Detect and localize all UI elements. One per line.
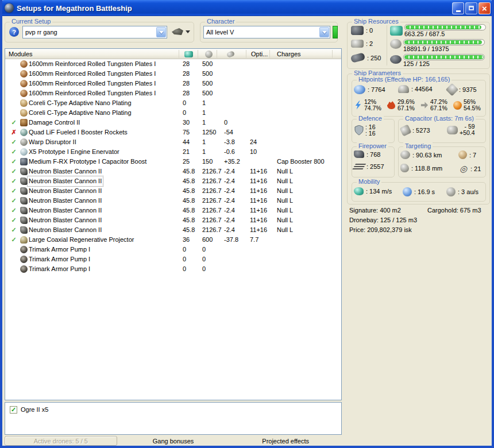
module-row[interactable]: ✗ Quad LiF Fueled I Booster Rockets 75 1… xyxy=(5,128,341,137)
module-state-icon: ✓ xyxy=(10,215,18,225)
explosive-resist-icon xyxy=(453,101,462,110)
module-name[interactable]: Trimark Armor Pump I xyxy=(28,254,91,264)
module-name[interactable]: Neutron Blaster Cannon II xyxy=(28,225,103,235)
module-cpu: 45.8 xyxy=(183,167,195,176)
module-cpu: 21 xyxy=(183,147,190,157)
module-name[interactable]: Coreli C-Type Adaptive Nano Plating xyxy=(28,98,133,108)
module-row[interactable]: Trimark Armor Pump I 0 0 xyxy=(5,264,341,274)
module-row[interactable]: 1600mm Reinforced Rolled Tungsten Plates… xyxy=(5,88,341,98)
tab-projected-effects[interactable]: Projected effects xyxy=(229,436,342,446)
module-cpu: 30 xyxy=(183,118,190,128)
module-cap: 0 xyxy=(224,118,227,128)
module-row[interactable]: Coreli C-Type Adaptive Nano Plating 0 1 xyxy=(5,98,341,108)
module-name[interactable]: Damage Control II xyxy=(28,118,81,128)
module-row[interactable]: ✓ Medium F-RX Prototype I Capacitor Boos… xyxy=(5,157,341,167)
module-charges: Null L xyxy=(277,176,293,186)
module-cap: -2.4 xyxy=(224,196,235,206)
module-row[interactable]: ✓ Large Coaxial Regenerative Projector 3… xyxy=(5,235,341,245)
module-row[interactable]: Trimark Armor Pump I 0 0 xyxy=(5,245,341,254)
module-name[interactable]: Trimark Armor Pump I xyxy=(28,245,91,254)
module-powergrid: 600 xyxy=(202,235,213,245)
drone-label: Ogre II x5 xyxy=(21,406,48,413)
module-row[interactable]: 1600mm Reinforced Rolled Tungsten Plates… xyxy=(5,59,341,69)
em-resist-icon xyxy=(354,101,362,110)
module-name[interactable]: X5 Prototype I Engine Enervator xyxy=(28,147,121,157)
module-name[interactable]: Neutron Blaster Cannon II xyxy=(28,206,103,215)
module-row[interactable]: ✓ Neutron Blaster Cannon II 45.8 2126.7 … xyxy=(5,167,341,176)
module-name[interactable]: Neutron Blaster Cannon II xyxy=(28,215,103,225)
module-row[interactable]: 1600mm Reinforced Rolled Tungsten Plates… xyxy=(5,79,341,88)
module-state-icon: ✗ xyxy=(10,128,18,137)
charges-column-header[interactable]: Charges xyxy=(277,49,301,59)
module-row[interactable]: ✓ Neutron Blaster Cannon II 45.8 2126.7 … xyxy=(5,196,341,206)
module-name[interactable]: Warp Disruptor II xyxy=(28,137,78,147)
module-row[interactable]: ✓ Warp Disruptor II 44 1 -3.8 24 xyxy=(5,137,341,147)
drone-checkbox[interactable] xyxy=(10,406,17,414)
module-row[interactable]: Coreli C-Type Adaptive Nano Plating 0 1 xyxy=(5,108,341,118)
minimize-button[interactable] xyxy=(452,2,464,14)
module-row[interactable]: 1600mm Reinforced Rolled Tungsten Plates… xyxy=(5,69,341,79)
module-name[interactable]: Coreli C-Type Adaptive Nano Plating xyxy=(28,108,133,118)
module-state-icon: ✓ xyxy=(10,235,18,245)
sensor-strength-stat: : 21 xyxy=(458,164,481,173)
module-cap: -2.4 xyxy=(224,176,235,186)
powergrid-resource: 18891.9 / 19375 xyxy=(390,39,485,52)
module-name[interactable]: 1600mm Reinforced Rolled Tungsten Plates… xyxy=(28,69,157,79)
help-icon[interactable] xyxy=(9,27,19,37)
armor-hp-value: : 44564 xyxy=(411,86,433,92)
close-button[interactable] xyxy=(478,2,491,14)
blaster-turret-icon xyxy=(20,217,28,224)
tab-active-drones[interactable]: Active drones: 5 / 5 xyxy=(5,436,117,446)
module-cap: -2.4 xyxy=(224,206,235,215)
module-charges: Null L xyxy=(277,225,293,235)
capacitor-usage-stat: - 59+50.4 xyxy=(447,123,475,136)
cpu-icon[interactable] xyxy=(184,49,193,59)
window-title: Setups for Megathron Battleship xyxy=(17,4,452,13)
module-name[interactable]: Neutron Blaster Cannon II xyxy=(28,186,103,196)
tab-gang-bonuses[interactable]: Gang bonuses xyxy=(117,436,230,446)
module-name[interactable]: 1600mm Reinforced Rolled Tungsten Plates… xyxy=(28,88,157,98)
speed-icon xyxy=(354,187,364,195)
optimal-column-header[interactable]: Opti... xyxy=(251,49,268,59)
module-name[interactable]: Medium F-RX Prototype I Capacitor Boost xyxy=(28,157,148,167)
modules-list-header[interactable]: Modules Opti... Charges xyxy=(5,49,341,59)
chevron-down-icon[interactable] xyxy=(156,27,166,37)
drone-row[interactable]: Ogre II x5 xyxy=(5,404,341,415)
module-name[interactable]: Neutron Blaster Cannon II xyxy=(28,196,103,206)
character-combobox[interactable]: All level V xyxy=(203,26,330,38)
module-name[interactable]: Large Coaxial Regenerative Projector xyxy=(28,235,135,245)
module-name[interactable]: Neutron Blaster Cannon II xyxy=(28,176,103,186)
scan-resolution-icon xyxy=(400,164,409,172)
capacitor-icon[interactable] xyxy=(227,49,234,59)
modules-column-header[interactable]: Modules xyxy=(9,49,33,59)
module-row[interactable]: ✓ X5 Prototype I Engine Enervator 21 1 -… xyxy=(5,147,341,157)
chevron-down-icon[interactable] xyxy=(319,27,329,37)
module-name[interactable]: Trimark Armor Pump I xyxy=(28,264,91,274)
module-cpu: 0 xyxy=(183,108,186,118)
module-name[interactable]: 1600mm Reinforced Rolled Tungsten Plates… xyxy=(28,59,157,69)
module-row[interactable]: ✓ Neutron Blaster Cannon II 45.8 2126.7 … xyxy=(5,176,341,186)
module-row[interactable]: ✓ Neutron Blaster Cannon II 45.8 2126.7 … xyxy=(5,225,341,235)
module-name[interactable]: Neutron Blaster Cannon II xyxy=(28,167,103,176)
agility-icon xyxy=(403,187,412,196)
module-state-icon: ✓ xyxy=(10,157,18,167)
setup-combobox[interactable]: pvp rr gang xyxy=(22,26,167,38)
module-name[interactable]: Quad LiF Fueled I Booster Rockets xyxy=(28,128,129,137)
module-row[interactable]: Trimark Armor Pump I 0 0 xyxy=(5,254,341,264)
module-row[interactable]: ✓ Damage Control II 30 1 0 xyxy=(5,118,341,128)
maximize-button[interactable] xyxy=(465,2,477,14)
module-row[interactable]: ✓ Neutron Blaster Cannon II 45.8 2126.7 … xyxy=(5,186,341,196)
speed-stat: : 134 m/s xyxy=(354,187,392,195)
module-row[interactable]: ✓ Neutron Blaster Cannon II 45.8 2126.7 … xyxy=(5,215,341,225)
cargohold-text: Cargohold: 675 m3 xyxy=(427,207,481,214)
firepower-label: Firepower xyxy=(357,142,388,150)
speed-value: : 134 m/s xyxy=(366,188,392,195)
module-row[interactable]: ✓ Neutron Blaster Cannon II 45.8 2126.7 … xyxy=(5,206,341,215)
ship-menu-button[interactable] xyxy=(172,28,190,35)
warp-disruptor-icon xyxy=(20,138,28,146)
powergrid-icon[interactable] xyxy=(205,49,213,59)
titlebar[interactable]: Setups for Megathron Battleship xyxy=(0,0,494,16)
module-name[interactable]: 1600mm Reinforced Rolled Tungsten Plates… xyxy=(28,79,157,88)
bottom-tabbar: Active drones: 5 / 5 Gang bonuses Projec… xyxy=(5,436,342,446)
status-indicator xyxy=(333,26,338,38)
